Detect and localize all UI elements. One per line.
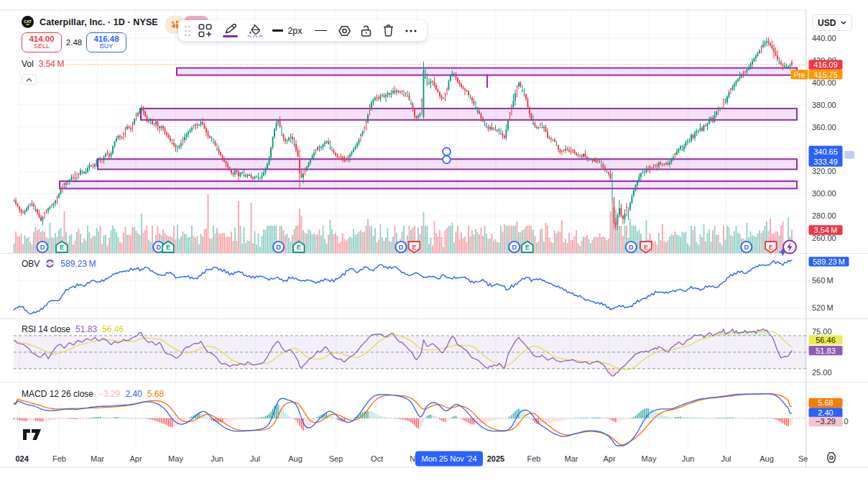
- svg-text:Mar: Mar: [565, 454, 578, 463]
- svg-text:25.00: 25.00: [812, 368, 832, 377]
- svg-text:589.23 M: 589.23 M: [813, 257, 845, 266]
- svg-text:280.00: 280.00: [812, 211, 836, 220]
- svg-text:D: D: [40, 244, 45, 251]
- svg-text:340.65: 340.65: [813, 147, 838, 156]
- svg-text:Mar: Mar: [91, 454, 104, 463]
- svg-text:E: E: [525, 244, 530, 251]
- svg-text:May: May: [168, 454, 183, 463]
- svg-text:Aug: Aug: [760, 454, 774, 463]
- svg-text:416.09: 416.09: [813, 60, 838, 69]
- svg-text:440.00: 440.00: [812, 34, 836, 42]
- svg-text:D: D: [276, 244, 281, 251]
- svg-text:Jul: Jul: [721, 454, 731, 463]
- svg-text:360.00: 360.00: [812, 123, 836, 132]
- svg-text:260.00: 260.00: [812, 234, 836, 242]
- svg-text:Se: Se: [798, 454, 808, 463]
- svg-text:D: D: [156, 244, 161, 251]
- svg-text:Sep: Sep: [329, 454, 343, 463]
- svg-text:56.46: 56.46: [816, 336, 836, 344]
- svg-text:D: D: [399, 244, 404, 251]
- svg-text:320.00: 320.00: [812, 167, 836, 175]
- svg-text:0: 0: [844, 417, 849, 426]
- svg-text:E: E: [60, 244, 64, 251]
- svg-text:E: E: [769, 244, 773, 251]
- svg-text:E: E: [644, 244, 648, 251]
- svg-text:560 M: 560 M: [812, 276, 834, 285]
- svg-text:D: D: [512, 244, 517, 251]
- svg-text:2.40: 2.40: [818, 408, 833, 417]
- svg-text:−3.29: −3.29: [816, 417, 836, 426]
- svg-text:300.00: 300.00: [812, 189, 836, 198]
- svg-text:Pre: Pre: [794, 71, 805, 79]
- svg-text:CAT: CAT: [24, 19, 32, 24]
- svg-text:400.00: 400.00: [812, 78, 836, 87]
- svg-text:024: 024: [15, 454, 29, 463]
- svg-text:Jul: Jul: [250, 454, 260, 463]
- svg-text:333.49: 333.49: [813, 157, 838, 166]
- svg-text:Jun: Jun: [211, 454, 223, 463]
- svg-text:75.00: 75.00: [812, 327, 832, 336]
- svg-text:415.75: 415.75: [813, 70, 838, 79]
- svg-text:380.00: 380.00: [812, 101, 836, 109]
- svg-text:Aug: Aug: [288, 454, 303, 463]
- svg-text:D: D: [744, 244, 749, 251]
- svg-text:E: E: [297, 244, 301, 251]
- svg-text:E: E: [412, 244, 416, 251]
- svg-text:2025: 2025: [487, 454, 504, 463]
- svg-text:Feb: Feb: [527, 454, 541, 463]
- svg-text:3.54 M: 3.54 M: [814, 226, 838, 234]
- svg-text:520 M: 520 M: [812, 303, 834, 312]
- svg-text:Feb: Feb: [52, 454, 66, 463]
- svg-text:D: D: [629, 244, 634, 251]
- svg-text:51.83: 51.83: [816, 347, 836, 355]
- svg-text:Mon 25 Nov ’24: Mon 25 Nov ’24: [421, 454, 476, 463]
- svg-text:Apr: Apr: [129, 454, 142, 463]
- svg-text:5.68: 5.68: [818, 398, 833, 407]
- svg-text:Jun: Jun: [682, 454, 695, 463]
- svg-text:May: May: [642, 454, 657, 463]
- svg-text:E: E: [166, 244, 170, 251]
- svg-text:Oct: Oct: [371, 454, 383, 463]
- svg-text:Apr: Apr: [603, 454, 615, 463]
